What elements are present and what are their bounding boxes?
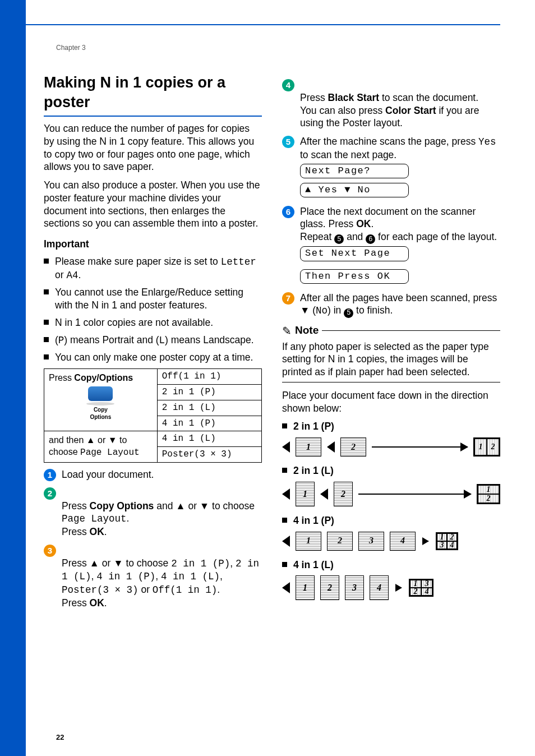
step-badge: 5 [282, 136, 294, 148]
section-title: Making N in 1 copies or a poster [44, 73, 262, 117]
step-4: 4 Press Black Start to scan the document… [282, 79, 500, 130]
result-icon: 1324 [409, 579, 433, 597]
result-icon: 1234 [436, 532, 458, 550]
doc-icon: 2 [334, 482, 353, 506]
step-text: After all the pages have been scanned, p… [300, 292, 500, 318]
lcd-display: Then Press OK [300, 269, 409, 284]
list-item: (P) means Portrait and (L) means Landsca… [44, 334, 262, 347]
page: Chapter 3 Making N in 1 copies or a post… [0, 0, 535, 756]
step-6: 6 Place the next document on the scanner… [282, 205, 500, 286]
important-heading: Important [44, 238, 262, 251]
note-end-rule [282, 382, 500, 382]
note-body: If any photo paper is selected as the pa… [282, 340, 500, 379]
step-text: Load your document. [62, 468, 262, 481]
layout-heading: 4 in 1 (P) [282, 514, 500, 527]
doc-icon: 2 [340, 437, 366, 457]
step-badge: 2 [44, 487, 56, 500]
step-7: 7 After all the pages have been scanned,… [282, 292, 500, 318]
content: Making N in 1 copies or a poster You can… [44, 73, 500, 728]
step-badge: 3 [44, 545, 56, 557]
header-accent [0, 0, 26, 26]
layout-4in1-p: 1 2 3 4 1234 [282, 532, 500, 551]
note-heading: ✎ Note [282, 324, 500, 338]
layout-2in1-l: 1 2 12 [282, 482, 500, 506]
arrow-icon [395, 584, 402, 592]
layout-heading: 2 in 1 (P) [282, 420, 500, 433]
step-badge: 1 [44, 469, 56, 481]
right-column: 4 Press Black Start to scan the document… [282, 73, 500, 728]
layout-heading: 4 in 1 (L) [282, 559, 500, 571]
step-text: Place the next document on the scanner g… [300, 205, 500, 286]
note-icon: ✎ [282, 324, 292, 338]
layout-intro: Place your document face down in the dir… [282, 389, 500, 415]
list-item: Please make sure paper size is set to Le… [44, 255, 262, 282]
layout-4in1-l: 1 2 3 4 1324 [282, 575, 500, 600]
doc-icon: 4 [370, 575, 389, 600]
important-list: Please make sure paper size is set to Le… [44, 255, 262, 364]
page-number: 22 [56, 733, 64, 743]
feed-direction-icon [282, 536, 290, 547]
chapter-label: Chapter 3 [56, 44, 86, 53]
header-rule [26, 24, 500, 25]
feed-direction-icon [327, 441, 335, 453]
step-text: Press ▲ or ▼ to choose 2 in 1 (P), 2 in … [62, 544, 262, 610]
feed-direction-icon [320, 488, 328, 500]
step-5: 5 After the machine scans the page, pres… [282, 135, 500, 200]
lcd-display: ▲ Yes ▼ No [300, 183, 409, 197]
table-cell: Poster(3 × 3) [157, 447, 261, 463]
copy-options-icon: Copy Options [49, 386, 153, 421]
ref-step-6: 6 [366, 234, 375, 244]
ref-step-5b: 5 [344, 308, 353, 318]
step-1: 1 Load your document. [44, 468, 262, 481]
table-cell: 2 in 1 (L) [157, 400, 261, 416]
doc-icon: 2 [327, 532, 353, 551]
doc-icon: 2 [320, 575, 339, 600]
left-column: Making N in 1 copies or a poster You can… [44, 73, 262, 728]
list-item: N in 1 color copies are not available. [44, 316, 262, 329]
step-badge: 6 [282, 206, 294, 218]
list-item: You can only make one poster copy at a t… [44, 351, 262, 364]
arrow-icon [372, 446, 468, 448]
layout-2in1-p: 1 2 12 [282, 437, 500, 457]
result-icon: 12 [477, 484, 500, 504]
table-cell: 4 in 1 (P) [157, 416, 261, 431]
step-3: 3 Press ▲ or ▼ to choose 2 in 1 (P), 2 i… [44, 544, 262, 610]
step-badge: 4 [282, 79, 294, 91]
step-text: After the machine scans the page, press … [300, 135, 500, 200]
layout-heading: 2 in 1 (L) [282, 464, 500, 477]
doc-icon: 4 [390, 532, 416, 551]
doc-icon: 1 [296, 575, 315, 600]
doc-icon: 3 [345, 575, 364, 600]
table-cell: 4 in 1 (L) [157, 431, 261, 447]
doc-icon: 1 [296, 532, 321, 551]
list-item: You cannot use the Enlarge/Reduce settin… [44, 286, 262, 312]
arrow-icon [358, 494, 471, 495]
lcd-display: Set Next Page [300, 246, 409, 261]
doc-icon: 1 [296, 437, 321, 457]
feed-direction-icon [282, 488, 290, 500]
table-cell: Press Copy/Options [49, 372, 153, 384]
step-text: Press Copy Options and ▲ or ▼ to choose … [62, 487, 262, 538]
side-accent [0, 26, 26, 756]
feed-direction-icon [282, 582, 290, 593]
result-icon: 12 [473, 437, 500, 457]
step-2: 2 Press Copy Options and ▲ or ▼ to choos… [44, 487, 262, 538]
table-cell: and then ▲ or ▼ to choose Page Layout [44, 431, 158, 463]
lcd-display: Next Page? [300, 164, 409, 178]
step-badge: 7 [282, 292, 294, 305]
table-cell: Off(1 in 1) [157, 369, 261, 385]
intro-para-2: You can also produce a poster. When you … [44, 179, 262, 230]
step-text: Press Black Start to scan the document. … [300, 79, 500, 130]
options-table: Press Copy/Options Copy Options Off(1 in… [44, 368, 262, 463]
doc-icon: 1 [296, 482, 315, 506]
arrow-icon [422, 537, 429, 545]
doc-icon: 3 [358, 532, 384, 551]
feed-direction-icon [282, 441, 290, 453]
ref-step-5: 5 [334, 234, 344, 244]
table-cell: 2 in 1 (P) [157, 384, 261, 400]
intro-para-1: You can reduce the number of pages for c… [44, 122, 262, 173]
